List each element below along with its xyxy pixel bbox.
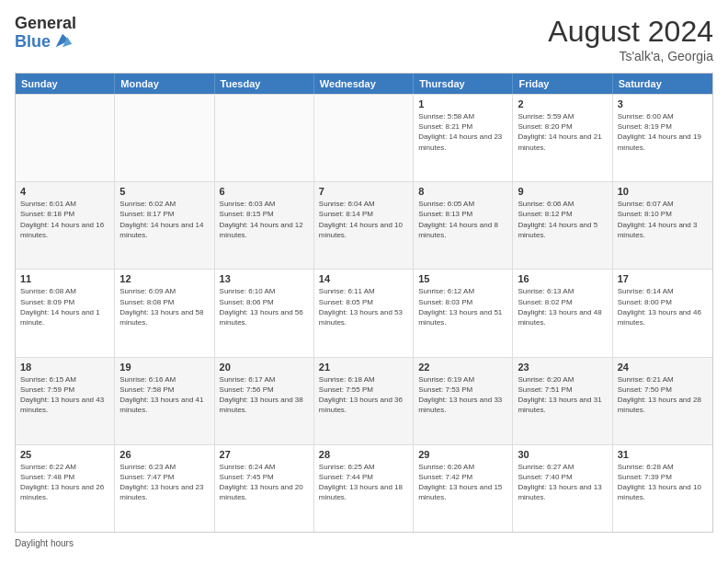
logo-blue: Blue (15, 33, 51, 52)
day-cell-20: 20Sunrise: 6:17 AMSunset: 7:56 PMDayligh… (215, 358, 314, 444)
header-cell-tuesday: Tuesday (215, 74, 314, 94)
day-cell-11: 11Sunrise: 6:08 AMSunset: 8:09 PMDayligh… (16, 270, 115, 356)
title-block: August 2024 Ts'alk'a, Georgia (548, 15, 713, 63)
day-number: 9 (518, 186, 607, 197)
day-cell-22: 22Sunrise: 6:19 AMSunset: 7:53 PMDayligh… (414, 358, 513, 444)
day-cell-4: 4Sunrise: 6:01 AMSunset: 8:18 PMDaylight… (16, 182, 115, 269)
empty-cell (314, 95, 414, 181)
header-cell-wednesday: Wednesday (314, 74, 414, 94)
cal-row-0: 1Sunrise: 5:58 AMSunset: 8:21 PMDaylight… (16, 94, 712, 181)
day-info: Sunrise: 6:05 AMSunset: 8:13 PMDaylight:… (418, 199, 507, 240)
day-number: 30 (518, 449, 607, 460)
day-number: 21 (319, 362, 408, 373)
day-number: 29 (418, 449, 507, 460)
header-cell-monday: Monday (115, 74, 214, 94)
day-number: 25 (20, 449, 109, 460)
day-info: Sunrise: 6:25 AMSunset: 7:44 PMDaylight:… (319, 462, 408, 503)
month-year: August 2024 (548, 15, 713, 49)
day-cell-26: 26Sunrise: 6:23 AMSunset: 7:47 PMDayligh… (115, 445, 214, 532)
cal-row-4: 25Sunrise: 6:22 AMSunset: 7:48 PMDayligh… (16, 444, 712, 532)
day-number: 4 (20, 186, 109, 197)
day-cell-19: 19Sunrise: 6:16 AMSunset: 7:58 PMDayligh… (115, 358, 214, 444)
day-number: 14 (319, 273, 408, 284)
calendar: SundayMondayTuesdayWednesdayThursdayFrid… (15, 73, 713, 533)
cal-row-3: 18Sunrise: 6:15 AMSunset: 7:59 PMDayligh… (16, 357, 712, 444)
day-info: Sunrise: 6:27 AMSunset: 7:40 PMDaylight:… (518, 462, 607, 503)
day-info: Sunrise: 6:23 AMSunset: 7:47 PMDaylight:… (119, 462, 209, 503)
day-info: Sunrise: 6:00 AMSunset: 8:19 PMDaylight:… (618, 111, 708, 153)
day-cell-27: 27Sunrise: 6:24 AMSunset: 7:45 PMDayligh… (215, 445, 314, 532)
calendar-header: SundayMondayTuesdayWednesdayThursdayFrid… (16, 74, 712, 94)
day-info: Sunrise: 6:26 AMSunset: 7:42 PMDaylight:… (418, 462, 507, 503)
day-info: Sunrise: 6:28 AMSunset: 7:39 PMDaylight:… (618, 462, 708, 503)
page: General Blue August 2024 Ts'alk'a, Georg… (0, 0, 728, 563)
day-info: Sunrise: 6:13 AMSunset: 8:02 PMDaylight:… (518, 286, 607, 327)
day-number: 24 (618, 362, 708, 373)
day-cell-25: 25Sunrise: 6:22 AMSunset: 7:48 PMDayligh… (16, 445, 115, 532)
day-number: 15 (418, 273, 507, 284)
day-number: 6 (220, 186, 309, 197)
empty-cell (215, 95, 314, 181)
day-number: 31 (618, 449, 708, 460)
day-number: 26 (119, 449, 209, 460)
cal-row-1: 4Sunrise: 6:01 AMSunset: 8:18 PMDaylight… (16, 181, 712, 269)
day-cell-3: 3Sunrise: 6:00 AMSunset: 8:19 PMDaylight… (613, 95, 712, 181)
day-number: 7 (319, 186, 408, 197)
day-info: Sunrise: 6:09 AMSunset: 8:08 PMDaylight:… (119, 286, 209, 327)
day-cell-6: 6Sunrise: 6:03 AMSunset: 8:15 PMDaylight… (215, 182, 314, 269)
day-cell-30: 30Sunrise: 6:27 AMSunset: 7:40 PMDayligh… (513, 445, 612, 532)
day-number: 12 (119, 273, 209, 284)
day-number: 18 (20, 362, 109, 373)
day-info: Sunrise: 6:10 AMSunset: 8:06 PMDaylight:… (220, 286, 309, 327)
day-info: Sunrise: 6:04 AMSunset: 8:14 PMDaylight:… (319, 199, 408, 240)
day-cell-5: 5Sunrise: 6:02 AMSunset: 8:17 PMDaylight… (115, 182, 214, 269)
header-cell-sunday: Sunday (16, 74, 115, 94)
day-info: Sunrise: 6:01 AMSunset: 8:18 PMDaylight:… (20, 199, 109, 240)
day-number: 17 (618, 273, 708, 284)
day-number: 19 (119, 362, 209, 373)
empty-cell (115, 95, 214, 181)
day-cell-7: 7Sunrise: 6:04 AMSunset: 8:14 PMDaylight… (314, 182, 414, 269)
day-number: 10 (618, 186, 708, 197)
day-info: Sunrise: 6:02 AMSunset: 8:17 PMDaylight:… (119, 199, 209, 240)
day-info: Sunrise: 6:20 AMSunset: 7:51 PMDaylight:… (518, 374, 607, 416)
day-number: 28 (319, 449, 408, 460)
day-cell-13: 13Sunrise: 6:10 AMSunset: 8:06 PMDayligh… (215, 270, 314, 356)
footer-note: Daylight hours (15, 538, 713, 548)
day-info: Sunrise: 6:22 AMSunset: 7:48 PMDaylight:… (20, 462, 109, 503)
day-info: Sunrise: 6:07 AMSunset: 8:10 PMDaylight:… (618, 199, 708, 240)
calendar-body: 1Sunrise: 5:58 AMSunset: 8:21 PMDaylight… (16, 94, 712, 532)
day-number: 5 (119, 186, 209, 197)
day-cell-10: 10Sunrise: 6:07 AMSunset: 8:10 PMDayligh… (613, 182, 712, 269)
day-info: Sunrise: 6:08 AMSunset: 8:09 PMDaylight:… (20, 286, 109, 327)
day-cell-21: 21Sunrise: 6:18 AMSunset: 7:55 PMDayligh… (314, 358, 414, 444)
logo: General Blue (15, 15, 76, 52)
day-number: 11 (20, 273, 109, 284)
day-info: Sunrise: 6:18 AMSunset: 7:55 PMDaylight:… (319, 374, 408, 416)
day-number: 16 (518, 273, 607, 284)
header-cell-saturday: Saturday (613, 74, 712, 94)
day-cell-24: 24Sunrise: 6:21 AMSunset: 7:50 PMDayligh… (613, 358, 712, 444)
day-cell-1: 1Sunrise: 5:58 AMSunset: 8:21 PMDaylight… (414, 95, 513, 181)
day-number: 8 (418, 186, 507, 197)
header: General Blue August 2024 Ts'alk'a, Georg… (15, 15, 713, 63)
day-cell-23: 23Sunrise: 6:20 AMSunset: 7:51 PMDayligh… (513, 358, 612, 444)
day-number: 1 (418, 98, 507, 109)
day-number: 13 (220, 273, 309, 284)
day-info: Sunrise: 5:59 AMSunset: 8:20 PMDaylight:… (518, 111, 607, 153)
day-cell-18: 18Sunrise: 6:15 AMSunset: 7:59 PMDayligh… (16, 358, 115, 444)
day-info: Sunrise: 6:15 AMSunset: 7:59 PMDaylight:… (20, 374, 109, 416)
location: Ts'alk'a, Georgia (548, 49, 713, 63)
day-number: 3 (618, 98, 708, 109)
empty-cell (16, 95, 115, 181)
header-cell-thursday: Thursday (414, 74, 513, 94)
day-number: 20 (220, 362, 309, 373)
day-cell-12: 12Sunrise: 6:09 AMSunset: 8:08 PMDayligh… (115, 270, 214, 356)
day-cell-8: 8Sunrise: 6:05 AMSunset: 8:13 PMDaylight… (414, 182, 513, 269)
day-info: Sunrise: 6:03 AMSunset: 8:15 PMDaylight:… (220, 199, 309, 240)
day-info: Sunrise: 6:11 AMSunset: 8:05 PMDaylight:… (319, 286, 408, 327)
day-number: 23 (518, 362, 607, 373)
logo-icon (52, 30, 73, 51)
day-info: Sunrise: 6:24 AMSunset: 7:45 PMDaylight:… (220, 462, 309, 503)
day-cell-17: 17Sunrise: 6:14 AMSunset: 8:00 PMDayligh… (613, 270, 712, 356)
